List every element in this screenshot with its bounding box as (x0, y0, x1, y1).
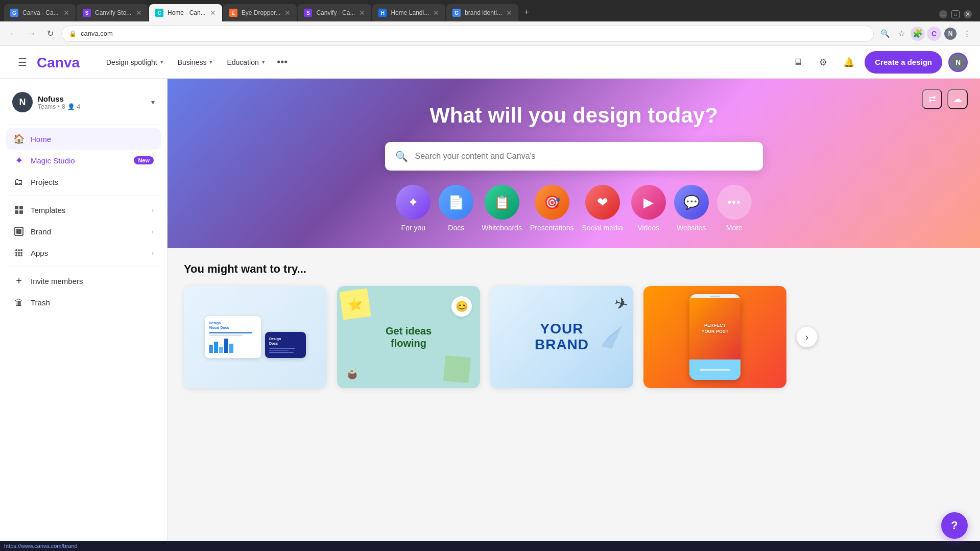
get-ideas-text: Get ideasflowing (386, 325, 432, 349)
nav-forward-button[interactable]: → (25, 27, 39, 41)
hero-banner: ⇄ ☁ What will you design today? 🔍 (168, 79, 980, 248)
nav-design-spotlight[interactable]: Design spotlight ▾ (100, 53, 170, 71)
browser-extension-button[interactable]: 🧩 (911, 27, 925, 41)
hero-videos[interactable]: ▶ Videos (631, 185, 666, 232)
browser-tab-4[interactable]: E Eye Dropper... ✕ (223, 4, 297, 21)
tab-close-4[interactable]: ✕ (284, 9, 291, 17)
sidebar-item-apps[interactable]: Apps › (6, 242, 161, 263)
sidebar-item-invite[interactable]: + Invite members (6, 270, 161, 292)
templates-icon (13, 204, 25, 215)
doc2-bar-2 (269, 350, 289, 351)
hero-docs[interactable]: 📄 Docs (439, 185, 473, 232)
nav-refresh-button[interactable]: ↻ (43, 27, 57, 41)
card-get-ideas[interactable]: ⭐ 😊 Get ideasflowing 🧉 (337, 286, 480, 388)
templates-chevron-icon: › (152, 206, 154, 214)
tab-favicon-3: C (155, 9, 163, 17)
brand-icon (13, 226, 25, 237)
sidebar-item-brand[interactable]: Brand › (6, 221, 161, 242)
nav-business-chevron: ▾ (209, 59, 212, 65)
tab-close-2[interactable]: ✕ (136, 9, 142, 17)
cloud-icon-button[interactable]: ☁ (947, 89, 968, 109)
sidebar-item-templates[interactable]: Templates › (6, 199, 161, 221)
card-perfect-post[interactable]: PERFECTYOUR POST (643, 286, 786, 388)
zoom-button[interactable]: 🔍 (878, 27, 892, 41)
doc-chart (209, 339, 257, 353)
browser-menu-button[interactable]: ⋮ (960, 27, 974, 41)
team-meta-icon: Teams • (38, 103, 60, 110)
tab-close-6[interactable]: ✕ (433, 9, 439, 17)
browser-tabs: G Canva - Ca... ✕ S Canvify Sto... ✕ C H… (0, 0, 980, 21)
notifications-button[interactable]: 🔔 (839, 53, 858, 72)
nav-more-dots[interactable]: ••• (273, 53, 292, 71)
help-icon: ? (951, 519, 958, 532)
presentations-circle: 🎯 (535, 185, 569, 220)
sidebar-item-projects[interactable]: 🗂 Projects (6, 171, 161, 193)
doc-preview-1: DesignVisual Docs (205, 316, 261, 358)
nav-education[interactable]: Education ▾ (221, 53, 271, 71)
user-avatar[interactable]: N (948, 53, 968, 72)
address-bar[interactable]: 🔒 canva.com (61, 26, 874, 42)
sidebar-item-home[interactable]: 🏠 Home (6, 128, 161, 150)
tab-favicon-2: S (83, 9, 91, 17)
sidebar-item-trash[interactable]: 🗑 Trash (6, 292, 161, 313)
svg-point-13 (15, 254, 17, 256)
sticky-2 (443, 355, 471, 383)
tab-close-3[interactable]: ✕ (210, 9, 216, 17)
hero-for-you[interactable]: ✦ For you (396, 185, 431, 232)
canva-extension-button[interactable]: C (927, 27, 941, 41)
window-close[interactable]: ✕ (964, 10, 972, 18)
bookmark-button[interactable]: ☆ (894, 27, 909, 41)
plane-icon: ✈ (612, 293, 631, 315)
card-visual-docs[interactable]: DesignVisual Docs (184, 286, 327, 388)
browser-tab-2[interactable]: S Canvify Sto... ✕ (77, 4, 148, 21)
cards-next-button[interactable]: › (797, 327, 817, 347)
hero-more[interactable]: ••• More (717, 185, 752, 232)
tab-favicon-4: E (229, 9, 237, 17)
your-brand-text: YOURBRAND (535, 321, 589, 353)
team-avatar: N (12, 92, 33, 112)
tab-close-5[interactable]: ✕ (359, 9, 365, 17)
browser-toolbar: ← → ↻ 🔒 canva.com 🔍 ☆ 🧩 C N ⋮ (0, 21, 980, 46)
window-minimize[interactable]: — (939, 10, 947, 18)
browser-tab-6[interactable]: H Home Landi... ✕ (372, 4, 445, 21)
doc-title-2: DesignDocs (269, 337, 302, 346)
desktop-icon-button[interactable]: 🖥 (788, 53, 807, 72)
hero-social-media[interactable]: ❤ Social media (582, 185, 623, 232)
header-actions: 🖥 ⚙ 🔔 Create a design N (788, 51, 968, 74)
user-profile-button[interactable]: N (943, 27, 958, 41)
docs-label: Docs (448, 224, 464, 232)
browser-tab-1[interactable]: G Canva - Ca... ✕ (4, 4, 76, 21)
hero-presentations[interactable]: 🎯 Presentations (530, 185, 574, 232)
browser-tab-5[interactable]: S Canvify - Ca... ✕ (298, 4, 371, 21)
tab-close-1[interactable]: ✕ (63, 9, 69, 17)
search-icon: 🔍 (395, 150, 408, 162)
card-your-brand[interactable]: YOURBRAND ✈ (490, 286, 633, 388)
nav-back-button[interactable]: ← (6, 27, 20, 41)
upload-icon-button[interactable]: ⇄ (922, 89, 942, 109)
new-tab-button[interactable]: + (519, 5, 534, 19)
nav-business[interactable]: Business ▾ (172, 53, 219, 71)
presentations-icon: 🎯 (544, 195, 560, 210)
tab-close-7[interactable]: ✕ (506, 9, 512, 17)
phone-screen-top: PERFECTYOUR POST (689, 298, 740, 360)
sidebar-item-magic-studio[interactable]: ✦ Magic Studio New (6, 150, 161, 171)
team-name: Nofuss (38, 94, 146, 103)
social-media-icon: ❤ (597, 195, 608, 210)
search-input[interactable] (415, 152, 753, 161)
hero-websites[interactable]: 💬 Websites (674, 185, 709, 232)
help-button[interactable]: ? (941, 512, 968, 539)
hero-search-bar[interactable]: 🔍 (385, 142, 763, 171)
settings-button[interactable]: ⚙ (814, 53, 833, 72)
hero-whiteboards[interactable]: 📋 Whiteboards (482, 185, 522, 232)
sidebar-invite-label: Invite members (31, 277, 154, 285)
team-selector[interactable]: N Nofuss Teams • 8 👤 4 ▾ (6, 87, 161, 117)
home-icon: 🏠 (13, 133, 25, 145)
svg-rect-1 (15, 206, 18, 209)
browser-tab-3[interactable]: C Home - Can... ✕ (149, 4, 222, 21)
sidebar-divider-2 (6, 196, 161, 196)
create-design-button[interactable]: Create a design (865, 51, 942, 74)
invite-icon: + (13, 275, 25, 286)
window-maximize[interactable]: □ (951, 10, 960, 18)
browser-tab-7[interactable]: G brand identi... ✕ (446, 4, 518, 21)
header-menu-button[interactable]: ☰ (12, 52, 33, 73)
